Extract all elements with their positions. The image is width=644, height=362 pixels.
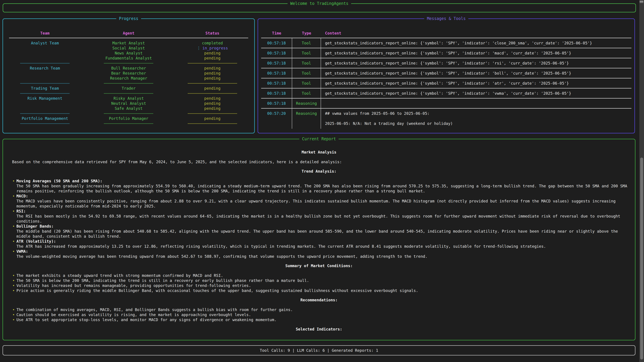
- progress-table: Team Agent Status Analyst Team Market An…: [3, 31, 254, 126]
- section-heading: Summary of Market Conditions:: [7, 263, 631, 268]
- message-content: get_stockstats_indicators_report_online:…: [321, 68, 632, 78]
- message-time: 00:57:18: [261, 98, 292, 108]
- status-badge: pending: [170, 71, 254, 76]
- agent-name: Research Manager: [87, 76, 170, 81]
- status-badge: pending: [170, 51, 254, 56]
- welcome-panel: Welcome to TradingAgents: [3, 3, 636, 12]
- list-item: The 50 SMA is below the 200 SMA, indicat…: [16, 278, 631, 283]
- message-row: 00:57:18 Tool get_stockstats_indicators_…: [261, 48, 632, 58]
- agent-name: Risky Analyst: [87, 96, 170, 101]
- group-separator: [3, 91, 254, 96]
- status-badge: pending: [170, 96, 254, 101]
- message-type: Reasoning: [292, 109, 321, 129]
- table-row: Risk Management Risky Analyst pending: [3, 96, 254, 101]
- current-report-panel: Current Report Market Analysis Based on …: [2, 139, 636, 340]
- message-content: get_stockstats_indicators_report_online:…: [321, 48, 632, 58]
- message-content: get_stockstats_indicators_report_online:…: [321, 88, 632, 98]
- scrollbar-menu-button[interactable]: [640, 0, 643, 3]
- table-row: News Analyst pending: [3, 51, 254, 56]
- message-time: 00:57:18: [261, 78, 292, 88]
- agent-name: News Analyst: [87, 51, 170, 56]
- bullet-text: The RSI has been mostly in the 54.92 to …: [16, 214, 631, 224]
- bullet-term: Moving Averages (50 SMA and 200 SMA):: [16, 178, 631, 184]
- column-header-time: Time: [261, 31, 292, 36]
- section-heading: Trend Analysis:: [7, 169, 631, 174]
- list-item: The market exhibits a steady upward tren…: [16, 273, 631, 278]
- status-badge: completed: [170, 40, 254, 45]
- list-item: VWMA: The volume-weighted moving average…: [16, 249, 631, 259]
- group-separator: [3, 81, 254, 86]
- table-row: Research Manager pending: [3, 76, 254, 81]
- agent-name: Portfolio Manager: [87, 116, 170, 121]
- message-time: 00:57:18: [261, 88, 292, 98]
- bullet-text: The 50 SMA is below the 200 SMA, indicat…: [16, 278, 631, 283]
- team-name: Trading Team: [3, 86, 87, 91]
- table-row: Safe Analyst pending: [3, 106, 254, 111]
- list-item: Moving Averages (50 SMA and 200 SMA): Th…: [16, 178, 631, 194]
- message-type: Tool: [292, 78, 321, 88]
- messages-table: Time Type Content 00:57:18 Tool get_stoc…: [261, 31, 632, 129]
- message-type: Tool: [292, 48, 321, 58]
- report-body: Market Analysis Based on the comprehensi…: [3, 139, 635, 332]
- message-content: get_stockstats_indicators_report_online:…: [321, 58, 632, 68]
- bullet-text: Price action is generally riding the mid…: [16, 288, 631, 293]
- group-separator: [3, 111, 254, 116]
- report-intro: Based on the comprehensive data retrieve…: [12, 159, 631, 164]
- message-row: 00:57:18 Tool get_stockstats_indicators_…: [261, 88, 632, 98]
- progress-panel: Progress Team Agent Status Analyst Team …: [2, 18, 255, 133]
- message-content: ## vwma values from 2025-05-06 to 2025-0…: [321, 109, 632, 129]
- table-row: Analyst Team Market Analyst completed: [3, 40, 254, 45]
- progress-table-header: Team Agent Status: [3, 31, 254, 36]
- scrollbar-thumb[interactable]: [640, 158, 643, 360]
- list-item: Bollinger Bands: The middle band (20 SMA…: [16, 224, 631, 239]
- message-content: get_stockstats_indicators_report_online:…: [321, 38, 632, 48]
- bullet-term: VWMA:: [16, 249, 631, 254]
- team-name: Risk Management: [3, 96, 87, 101]
- column-header-status: Status: [170, 31, 254, 36]
- status-badge: pending: [170, 116, 254, 121]
- group-separator: [3, 121, 254, 126]
- team-name: Analyst Team: [3, 40, 87, 45]
- agent-name: Market Analyst: [87, 40, 170, 45]
- bullet-text: The middle band (20 SMA) has been rising…: [16, 229, 631, 239]
- progress-panel-title: Progress: [116, 16, 141, 21]
- status-badge: pending: [170, 56, 254, 61]
- bullet-text: The MACD values have been consistently p…: [16, 199, 631, 209]
- message-type: Tool: [292, 58, 321, 68]
- agent-name: Neutral Analyst: [87, 101, 170, 106]
- message-time: 00:57:18: [261, 38, 292, 48]
- status-badge: pending: [170, 106, 254, 111]
- agent-name: Fundamentals Analyst: [87, 56, 170, 61]
- agent-name: Bear Researcher: [87, 71, 170, 76]
- welcome-title: Welcome to TradingAgents: [288, 1, 351, 6]
- table-row: Portfolio Management Portfolio Manager p…: [3, 116, 254, 121]
- message-content-line: 2025-06-05: N/A: Not a trading day (week…: [325, 121, 632, 126]
- agent-name: Social Analyst: [87, 45, 170, 51]
- message-row: 00:57:18 Tool get_stockstats_indicators_…: [261, 78, 632, 88]
- message-row: 00:57:18 Tool get_stockstats_indicators_…: [261, 68, 632, 78]
- message-time: 00:57:18: [261, 68, 292, 78]
- list-item: Volatility has increased but remains man…: [16, 283, 631, 288]
- agent-name: Trader: [87, 86, 170, 91]
- bullet-term: ATR (Volatility):: [16, 239, 631, 244]
- message-content: [321, 98, 632, 108]
- bullet-text: The market exhibits a steady upward tren…: [16, 273, 631, 278]
- message-type: Tool: [292, 38, 321, 48]
- message-row: 00:57:20 Reasoning ## vwma values from 2…: [261, 108, 632, 129]
- bullet-text: Caution should be exercised as volatilit…: [16, 312, 631, 317]
- bullet-term: Bollinger Bands:: [16, 224, 631, 229]
- message-row: 00:57:18 Reasoning: [261, 98, 632, 108]
- table-row: Social Analyst ⋮in_progress: [3, 45, 254, 51]
- message-type: Tool: [292, 88, 321, 98]
- team-name: Research Team: [3, 66, 87, 71]
- trend-analysis-list: Moving Averages (50 SMA and 200 SMA): Th…: [7, 178, 631, 259]
- list-item: Use ATR to set appropriate stop-loss lev…: [16, 317, 631, 322]
- column-header-team: Team: [3, 31, 87, 36]
- column-header-content: Content: [321, 31, 632, 36]
- group-separator: [3, 61, 254, 66]
- report-heading: Market Analysis: [7, 150, 631, 155]
- bullet-term: RSI:: [16, 209, 631, 214]
- spinner-icon: ⋮: [197, 46, 201, 50]
- section-heading: Selected Indicators:: [7, 327, 631, 332]
- message-type: Reasoning: [292, 98, 321, 108]
